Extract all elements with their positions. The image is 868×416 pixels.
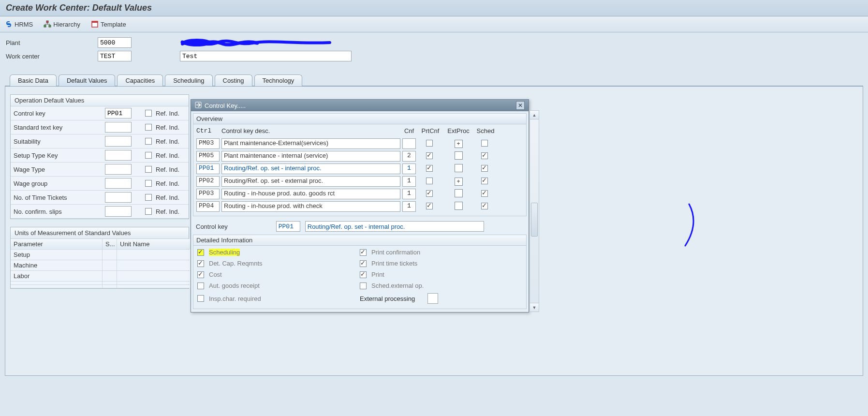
time-tickets-ref-checkbox[interactable] (145, 194, 152, 201)
units-col-unitname[interactable]: Unit Name (117, 239, 194, 249)
units-col-s[interactable]: S... (103, 239, 117, 249)
units-row-machine[interactable]: Machine (11, 260, 189, 271)
standard-text-key-ref-checkbox[interactable] (145, 124, 152, 131)
prtcnf-checkbox[interactable] (426, 178, 433, 184)
tab-technology[interactable]: Technology (254, 74, 303, 86)
extproc-box[interactable] (455, 202, 463, 210)
wage-type-row: Wage TypeRef. Ind. (11, 163, 189, 177)
ctrl-desc-cell: Routing/Ref. op. set - internal proc. (221, 163, 400, 174)
cost-checkbox[interactable] (197, 271, 204, 278)
wage-group-input[interactable] (105, 178, 132, 189)
extproc-box[interactable]: + (455, 140, 463, 148)
units-row-labor[interactable]: Labor (11, 271, 189, 282)
tab-default-values[interactable]: Default Values (59, 74, 116, 86)
scheduling-checkbox[interactable] (197, 249, 204, 256)
extproc-box[interactable] (455, 164, 463, 172)
units-row-setup[interactable]: Setup (11, 250, 189, 260)
sched-checkbox[interactable] (481, 140, 488, 147)
svg-rect-1 (44, 25, 46, 27)
ctrl-cnf-cell[interactable]: 1 (402, 189, 416, 199)
control-key-desc-input[interactable] (305, 221, 484, 232)
workcenter-desc-input[interactable] (180, 51, 352, 61)
header-fields: Plant Work center (0, 32, 868, 74)
tab-basic-data[interactable]: Basic Data (10, 74, 57, 86)
control-key-input[interactable] (105, 108, 132, 119)
tab-scheduling[interactable]: Scheduling (165, 74, 212, 86)
extproc-box[interactable]: + (455, 178, 463, 186)
ctrl-cnf-cell[interactable]: 1 (402, 176, 416, 187)
sched-checkbox[interactable] (481, 178, 488, 184)
detailed-information-body: Scheduling Print confirmation Det. Cap. … (193, 246, 527, 309)
ctrl-cnf-cell[interactable]: 1 (402, 201, 416, 212)
popup-titlebar[interactable]: Control Key..... ✕ (191, 100, 529, 111)
print-tt-checkbox[interactable] (360, 260, 367, 267)
insp-checkbox[interactable] (197, 295, 204, 302)
scroll-thumb[interactable] (531, 203, 538, 237)
sched-checkbox[interactable] (481, 203, 488, 209)
sched-ext-checkbox[interactable] (360, 282, 367, 289)
control-key-row-pp02[interactable]: PP02Routing/Ref. op. set - external proc… (195, 175, 524, 188)
units-s-cell[interactable] (103, 271, 117, 281)
sched-checkbox[interactable] (481, 165, 488, 172)
wage-type-input[interactable] (105, 164, 132, 175)
units-s-cell[interactable] (103, 285, 117, 288)
units-s-cell[interactable] (103, 250, 117, 260)
extproc-box[interactable] (455, 189, 463, 197)
scroll-up-icon[interactable]: ▲ (530, 111, 539, 119)
plant-input[interactable] (98, 37, 132, 48)
standard-text-key-input[interactable] (105, 122, 132, 133)
tab-capacities[interactable]: Capacities (117, 74, 163, 86)
hrms-button[interactable]: HRMS (5, 20, 33, 28)
suitability-input[interactable] (105, 136, 132, 147)
control-key-row-pm05[interactable]: PM05Plant maintenance - internal (servic… (195, 150, 524, 163)
print-checkbox[interactable] (360, 271, 367, 278)
popup-close-button[interactable]: ✕ (516, 101, 525, 110)
auto-gr-checkbox[interactable] (197, 282, 204, 289)
template-button[interactable]: Template (91, 20, 126, 28)
control-key-row-pp04[interactable]: PP04Routing - in-house prod. with check1 (195, 200, 524, 213)
ctrl-cnf-cell[interactable] (402, 138, 416, 149)
tab-costing[interactable]: Costing (215, 74, 252, 86)
setup-type-key-ref-checkbox[interactable] (145, 152, 152, 159)
setup-type-key-input[interactable] (105, 150, 132, 161)
hierarchy-button[interactable]: Hierarchy (44, 20, 80, 28)
ctrl-desc-cell: Routing/Ref. op. set - external proc. (221, 176, 400, 187)
prtcnf-checkbox[interactable] (426, 190, 433, 197)
time-tickets-input[interactable] (105, 192, 132, 203)
sched-checkbox[interactable] (481, 152, 488, 159)
units-col-parameter[interactable]: Parameter (11, 239, 103, 249)
units-s-cell[interactable] (103, 260, 117, 270)
suitability-ref-checkbox[interactable] (145, 138, 152, 145)
control-key-row-pm03[interactable]: PM03Plant maintenance-External(services)… (195, 137, 524, 150)
confirm-slips-ref-checkbox[interactable] (145, 208, 152, 215)
prtcnf-checkbox[interactable] (426, 165, 433, 172)
control-key-row-pp01[interactable]: PP01Routing/Ref. op. set - internal proc… (195, 163, 524, 175)
prtcnf-checkbox[interactable] (426, 140, 433, 147)
print-confirmation-checkbox[interactable] (360, 249, 367, 256)
control-key-row: Control keyRef. Ind. (11, 106, 189, 120)
units-s-cell[interactable] (103, 282, 117, 284)
prtcnf-checkbox[interactable] (426, 152, 433, 159)
col-ctrl: Ctrl (196, 127, 220, 134)
ctrl-desc-cell: Routing - in-house prod. with check (221, 201, 400, 212)
det-cap-checkbox[interactable] (197, 260, 204, 267)
ext-proc-input[interactable] (427, 293, 438, 304)
units-row[interactable] (11, 285, 189, 288)
info-cost: Cost (197, 271, 360, 278)
col-sched: Sched (474, 127, 497, 134)
sched-checkbox[interactable] (481, 190, 488, 197)
wage-type-ref-checkbox[interactable] (145, 166, 152, 173)
control-key-code-input[interactable] (276, 221, 300, 232)
control-key-ref-checkbox[interactable] (145, 110, 152, 117)
wage-group-ref-checkbox[interactable] (145, 180, 152, 187)
confirm-slips-input[interactable] (105, 206, 132, 217)
extproc-box[interactable] (455, 151, 463, 160)
prtcnf-checkbox[interactable] (426, 203, 433, 209)
popup-scrollbar[interactable]: ▲ ▼ (530, 110, 539, 312)
ctrl-cnf-cell[interactable]: 2 (402, 151, 416, 162)
ctrl-cnf-cell[interactable]: 1 (402, 163, 416, 174)
units-row[interactable] (11, 282, 189, 285)
control-key-row-pp03[interactable]: PP03Routing - in-house prod. auto. goods… (195, 188, 524, 200)
scroll-down-icon[interactable]: ▼ (530, 303, 539, 312)
workcenter-input[interactable] (98, 51, 132, 61)
